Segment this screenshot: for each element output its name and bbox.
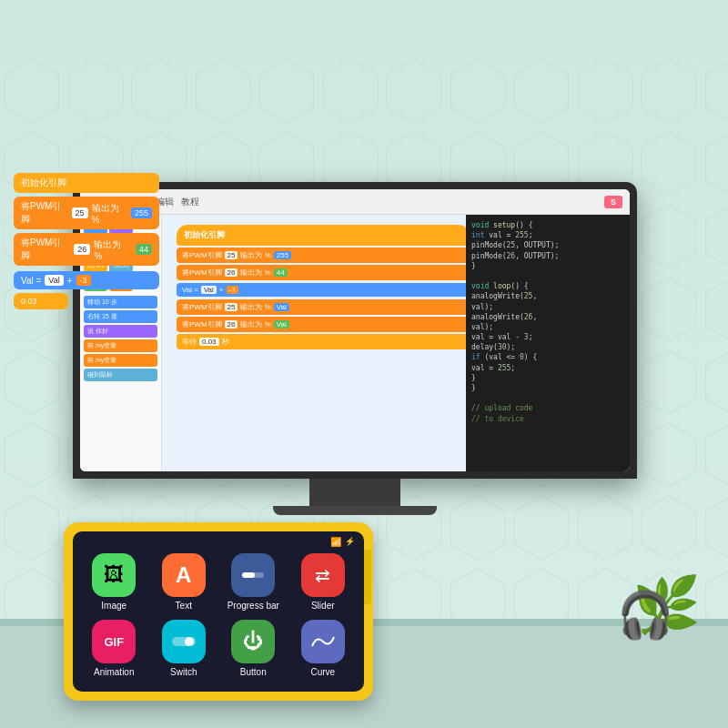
app-animation-label: Animation (94, 667, 134, 677)
scratch-logo-area: S (604, 196, 622, 208)
app-curve-label: Curve (310, 667, 335, 677)
block-pwm1-output: 输出为 % (92, 202, 127, 225)
block-pwm2-val: 44 (136, 244, 152, 255)
script-delay-unit: 秒 (222, 337, 229, 347)
code-comment-1: // upload code (471, 403, 624, 413)
code-line-2: int val = 255; (471, 230, 624, 240)
scratch-main-area: 运动 外观 声音 事件 控制 侦测 运算 变量 (80, 215, 630, 471)
hat-block-label: 初始化引脚 (184, 229, 225, 241)
script-pwm4-pct: 输出为 % (240, 319, 270, 329)
palette-block-3: 说 你好 (84, 325, 157, 338)
device-outer-frame: 📶 ⚡ 🖼 Image A (64, 522, 373, 701)
device-side-stripe (364, 550, 371, 604)
app-text-label: Text (176, 601, 192, 611)
block-header: 初始化引脚 (14, 173, 159, 193)
progressbar-svg (241, 569, 265, 581)
block-header-label: 初始化引脚 (21, 177, 66, 189)
code-line-6 (471, 271, 624, 281)
headphones-decoration: 🎧 (617, 589, 673, 642)
block-val-num: -3 (76, 275, 91, 286)
app-image-icon: 🖼 (92, 553, 136, 597)
wifi-icon: 📶 (330, 537, 341, 547)
svg-rect-3 (242, 572, 255, 578)
script-pwm1-pin: 25 (225, 251, 238, 259)
block-small: 0.03 (14, 293, 68, 309)
app-button-icon: ⏻ (231, 620, 275, 663)
code-line-17: } (471, 383, 624, 393)
code-line-5: } (471, 261, 624, 271)
script-pwm1-pct: 输出为 % (240, 250, 270, 260)
block-val-input: Val (45, 275, 63, 286)
palette-block-6: 碰到鼠标 (84, 369, 157, 381)
block-pwm1: 将PWM引脚 25 输出为 % 255 (14, 197, 159, 229)
code-line-8: analogWrite(25, (471, 291, 624, 301)
code-line-14: if (val <= 0) { (471, 352, 624, 362)
script-pwm2-text: 将PWM引脚 (182, 268, 222, 278)
block-val: Val = Val + -3 (14, 271, 159, 289)
app-image[interactable]: 🖼 Image (84, 553, 145, 611)
bluetooth-icon: ⚡ (345, 537, 355, 547)
block-val-label: Val = (21, 276, 41, 286)
script-pwm2-val: 44 (274, 268, 288, 277)
app-animation[interactable]: GIF Animation (84, 620, 145, 677)
code-line-4: pinMode(26, OUTPUT); (471, 251, 624, 261)
code-line-13: delay(30); (471, 342, 624, 352)
device-screen: 📶 ⚡ 🖼 Image A (73, 531, 364, 692)
app-progressbar-label: Progress bar (228, 601, 279, 611)
app-progressbar[interactable]: Progress bar (223, 553, 284, 611)
script-pwm2-pin: 26 (225, 268, 238, 277)
script-pwm4-pin: 26 (225, 320, 238, 329)
script-pwm4: 将PWM引脚 26 输出为 % Val (177, 317, 466, 332)
app-button[interactable]: ⏻ Button (223, 620, 284, 677)
app-text[interactable]: A Text (154, 553, 215, 611)
code-line-15: val = 255; (471, 363, 624, 373)
script-val-text: Val = (182, 286, 198, 294)
device-apps-grid: 🖼 Image A Text (84, 553, 353, 677)
app-slider-label: Slider (311, 601, 335, 611)
app-switch-label: Switch (170, 667, 197, 677)
block-pwm1-pin: 25 (72, 207, 88, 218)
script-pwm4-text: 将PWM引脚 (182, 319, 222, 329)
script-delay-val: 0.03 (199, 338, 219, 346)
app-progressbar-icon (231, 553, 275, 597)
monitor-stand (309, 479, 400, 506)
scratch-logo: S (604, 196, 622, 208)
script-pwm3-pct: 输出为 % (240, 302, 270, 312)
code-line-12: val = val - 3; (471, 332, 624, 342)
screen-toolbar: 文件 编辑 教程 S (80, 189, 630, 215)
block-pwm2: 将PWM引脚 26 输出为 % 44 (14, 233, 159, 266)
monitor-screen: 文件 编辑 教程 S (80, 189, 630, 471)
script-pwm4-val: Val (274, 320, 289, 329)
palette-block-4: 将 my变量 (84, 339, 157, 352)
code-editor: void setup() { int val = 255; pinMode(25… (466, 215, 630, 471)
app-text-icon: A (162, 553, 206, 597)
svg-point-5 (185, 637, 194, 646)
code-line-19: // to device (471, 414, 624, 424)
script-pwm3-pin: 25 (225, 303, 238, 311)
script-val-num: -3 (227, 286, 238, 294)
monitor-base (273, 506, 437, 515)
script-delay: 等待 0.03 秒 (177, 334, 466, 349)
switch-svg (171, 634, 197, 649)
app-animation-icon: GIF (92, 620, 136, 663)
app-slider[interactable]: ⇄ Slider (293, 553, 354, 611)
code-line-11: val); (471, 322, 624, 332)
block-pwm2-output: 输出为 % (94, 238, 132, 261)
app-curve[interactable]: Curve (293, 620, 354, 677)
script-pwm1-text: 将PWM引脚 (182, 250, 222, 260)
script-pwm1-val: 255 (274, 251, 291, 259)
script-pwm2-pct: 输出为 % (240, 268, 270, 278)
script-pwm1: 将PWM引脚 25 输出为 % 255 (177, 248, 466, 263)
app-switch-icon (162, 620, 206, 663)
code-line-3: pinMode(25, OUTPUT); (471, 240, 624, 250)
app-curve-icon (301, 620, 345, 663)
code-line-7: void loop() { (471, 281, 624, 291)
menu-tutorials[interactable]: 教程 (181, 196, 199, 208)
script-pwm3: 将PWM引脚 25 输出为 % Val (177, 299, 466, 315)
app-switch[interactable]: Switch (154, 620, 215, 677)
scratch-blocks-float-left: 初始化引脚 将PWM引脚 25 输出为 % 255 将PWM引脚 26 输出为 … (14, 173, 159, 313)
block-val-op: + (67, 276, 73, 286)
script-val-plus: + (219, 286, 224, 294)
device-section: 📶 ⚡ 🖼 Image A (64, 522, 373, 701)
script-pwm3-val: Val (274, 303, 289, 311)
